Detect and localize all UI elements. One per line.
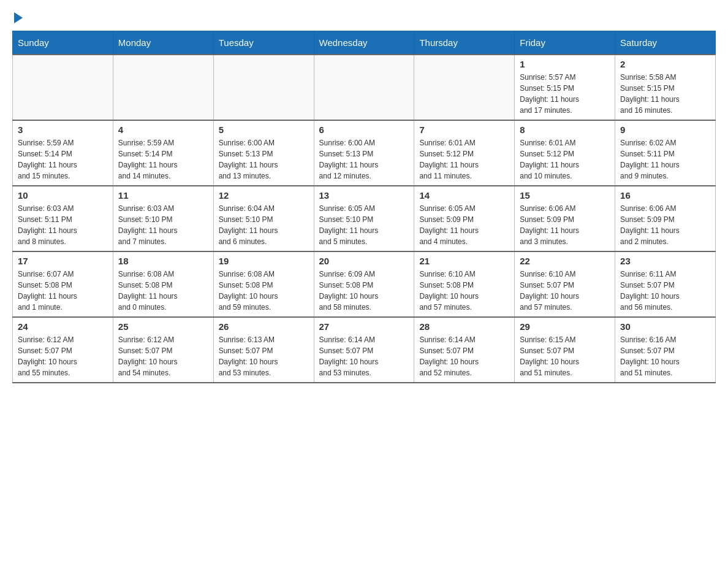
day-cell: 11Sunrise: 6:03 AM Sunset: 5:10 PM Dayli… (113, 186, 213, 251)
day-number: 9 (620, 124, 710, 135)
day-info: Sunrise: 6:04 AM Sunset: 5:10 PM Dayligh… (219, 203, 309, 247)
day-cell: 25Sunrise: 6:12 AM Sunset: 5:07 PM Dayli… (113, 317, 213, 383)
day-info: Sunrise: 6:06 AM Sunset: 5:09 PM Dayligh… (620, 203, 710, 247)
day-number: 30 (620, 321, 710, 332)
day-number: 4 (118, 124, 208, 135)
page-header (12, 12, 716, 25)
day-info: Sunrise: 5:59 AM Sunset: 5:14 PM Dayligh… (118, 137, 208, 182)
day-cell: 24Sunrise: 6:12 AM Sunset: 5:07 PM Dayli… (13, 317, 113, 383)
day-info: Sunrise: 6:02 AM Sunset: 5:11 PM Dayligh… (620, 137, 710, 182)
day-cell: 10Sunrise: 6:03 AM Sunset: 5:11 PM Dayli… (13, 186, 113, 251)
day-cell: 27Sunrise: 6:14 AM Sunset: 5:07 PM Dayli… (314, 317, 414, 383)
day-number: 23 (620, 256, 710, 266)
day-cell: 3Sunrise: 5:59 AM Sunset: 5:14 PM Daylig… (13, 120, 113, 186)
day-number: 29 (520, 321, 610, 332)
day-number: 1 (520, 59, 610, 69)
day-number: 22 (520, 256, 610, 266)
day-cell: 7Sunrise: 6:01 AM Sunset: 5:12 PM Daylig… (414, 120, 515, 186)
week-row-2: 10Sunrise: 6:03 AM Sunset: 5:11 PM Dayli… (13, 186, 716, 251)
day-info: Sunrise: 6:13 AM Sunset: 5:07 PM Dayligh… (219, 334, 309, 378)
day-cell: 18Sunrise: 6:08 AM Sunset: 5:08 PM Dayli… (113, 251, 213, 317)
day-info: Sunrise: 6:01 AM Sunset: 5:12 PM Dayligh… (419, 137, 509, 182)
logo-arrow-icon (14, 12, 23, 23)
day-number: 16 (620, 190, 710, 201)
weekday-header-saturday: Saturday (615, 31, 716, 55)
day-cell (213, 55, 314, 120)
day-number: 6 (319, 124, 409, 135)
day-number: 20 (319, 256, 409, 266)
day-info: Sunrise: 6:10 AM Sunset: 5:08 PM Dayligh… (419, 269, 509, 313)
day-number: 14 (419, 190, 509, 201)
day-info: Sunrise: 5:59 AM Sunset: 5:14 PM Dayligh… (18, 137, 108, 182)
day-number: 8 (520, 124, 610, 135)
logo (12, 12, 23, 25)
day-cell: 20Sunrise: 6:09 AM Sunset: 5:08 PM Dayli… (314, 251, 414, 317)
weekday-header-wednesday: Wednesday (314, 31, 414, 55)
day-info: Sunrise: 6:03 AM Sunset: 5:10 PM Dayligh… (118, 203, 208, 247)
day-info: Sunrise: 6:06 AM Sunset: 5:09 PM Dayligh… (520, 203, 610, 247)
day-info: Sunrise: 5:57 AM Sunset: 5:15 PM Dayligh… (520, 72, 610, 116)
day-info: Sunrise: 6:09 AM Sunset: 5:08 PM Dayligh… (319, 269, 409, 313)
day-info: Sunrise: 6:00 AM Sunset: 5:13 PM Dayligh… (319, 137, 409, 182)
day-number: 27 (319, 321, 409, 332)
weekday-header-monday: Monday (113, 31, 213, 55)
day-cell: 15Sunrise: 6:06 AM Sunset: 5:09 PM Dayli… (515, 186, 615, 251)
day-info: Sunrise: 6:05 AM Sunset: 5:10 PM Dayligh… (319, 203, 409, 247)
day-number: 10 (18, 190, 108, 201)
day-cell: 6Sunrise: 6:00 AM Sunset: 5:13 PM Daylig… (314, 120, 414, 186)
day-cell: 1Sunrise: 5:57 AM Sunset: 5:15 PM Daylig… (515, 55, 615, 120)
day-cell: 23Sunrise: 6:11 AM Sunset: 5:07 PM Dayli… (615, 251, 716, 317)
weekday-header-row: SundayMondayTuesdayWednesdayThursdayFrid… (13, 31, 716, 55)
week-row-4: 24Sunrise: 6:12 AM Sunset: 5:07 PM Dayli… (13, 317, 716, 383)
day-number: 15 (520, 190, 610, 201)
weekday-header-sunday: Sunday (13, 31, 113, 55)
day-info: Sunrise: 6:14 AM Sunset: 5:07 PM Dayligh… (319, 334, 409, 378)
day-info: Sunrise: 6:15 AM Sunset: 5:07 PM Dayligh… (520, 334, 610, 378)
day-number: 28 (419, 321, 509, 332)
day-cell: 2Sunrise: 5:58 AM Sunset: 5:15 PM Daylig… (615, 55, 716, 120)
day-info: Sunrise: 6:07 AM Sunset: 5:08 PM Dayligh… (18, 269, 108, 313)
day-number: 17 (18, 256, 108, 266)
day-info: Sunrise: 6:10 AM Sunset: 5:07 PM Dayligh… (520, 269, 610, 313)
day-number: 18 (118, 256, 208, 266)
day-number: 19 (219, 256, 309, 266)
calendar-table: SundayMondayTuesdayWednesdayThursdayFrid… (12, 31, 716, 383)
day-number: 21 (419, 256, 509, 266)
day-cell (414, 55, 515, 120)
day-cell: 13Sunrise: 6:05 AM Sunset: 5:10 PM Dayli… (314, 186, 414, 251)
day-number: 26 (219, 321, 309, 332)
day-cell: 14Sunrise: 6:05 AM Sunset: 5:09 PM Dayli… (414, 186, 515, 251)
day-number: 5 (219, 124, 309, 135)
day-cell: 21Sunrise: 6:10 AM Sunset: 5:08 PM Dayli… (414, 251, 515, 317)
day-info: Sunrise: 6:16 AM Sunset: 5:07 PM Dayligh… (620, 334, 710, 378)
day-number: 2 (620, 59, 710, 69)
day-info: Sunrise: 6:03 AM Sunset: 5:11 PM Dayligh… (18, 203, 108, 247)
week-row-0: 1Sunrise: 5:57 AM Sunset: 5:15 PM Daylig… (13, 55, 716, 120)
day-info: Sunrise: 6:12 AM Sunset: 5:07 PM Dayligh… (118, 334, 208, 378)
day-cell (113, 55, 213, 120)
day-cell: 30Sunrise: 6:16 AM Sunset: 5:07 PM Dayli… (615, 317, 716, 383)
day-info: Sunrise: 6:14 AM Sunset: 5:07 PM Dayligh… (419, 334, 509, 378)
day-cell: 4Sunrise: 5:59 AM Sunset: 5:14 PM Daylig… (113, 120, 213, 186)
day-info: Sunrise: 6:08 AM Sunset: 5:08 PM Dayligh… (219, 269, 309, 313)
day-number: 3 (18, 124, 108, 135)
day-cell: 28Sunrise: 6:14 AM Sunset: 5:07 PM Dayli… (414, 317, 515, 383)
day-cell: 16Sunrise: 6:06 AM Sunset: 5:09 PM Dayli… (615, 186, 716, 251)
day-cell: 19Sunrise: 6:08 AM Sunset: 5:08 PM Dayli… (213, 251, 314, 317)
day-cell (314, 55, 414, 120)
day-cell: 17Sunrise: 6:07 AM Sunset: 5:08 PM Dayli… (13, 251, 113, 317)
day-cell: 26Sunrise: 6:13 AM Sunset: 5:07 PM Dayli… (213, 317, 314, 383)
day-info: Sunrise: 6:08 AM Sunset: 5:08 PM Dayligh… (118, 269, 208, 313)
day-cell: 8Sunrise: 6:01 AM Sunset: 5:12 PM Daylig… (515, 120, 615, 186)
day-number: 11 (118, 190, 208, 201)
day-number: 7 (419, 124, 509, 135)
day-info: Sunrise: 6:00 AM Sunset: 5:13 PM Dayligh… (219, 137, 309, 182)
day-number: 12 (219, 190, 309, 201)
day-cell: 5Sunrise: 6:00 AM Sunset: 5:13 PM Daylig… (213, 120, 314, 186)
weekday-header-thursday: Thursday (414, 31, 515, 55)
day-cell (13, 55, 113, 120)
day-info: Sunrise: 5:58 AM Sunset: 5:15 PM Dayligh… (620, 72, 710, 116)
day-info: Sunrise: 6:11 AM Sunset: 5:07 PM Dayligh… (620, 269, 710, 313)
day-info: Sunrise: 6:12 AM Sunset: 5:07 PM Dayligh… (18, 334, 108, 378)
day-info: Sunrise: 6:05 AM Sunset: 5:09 PM Dayligh… (419, 203, 509, 247)
